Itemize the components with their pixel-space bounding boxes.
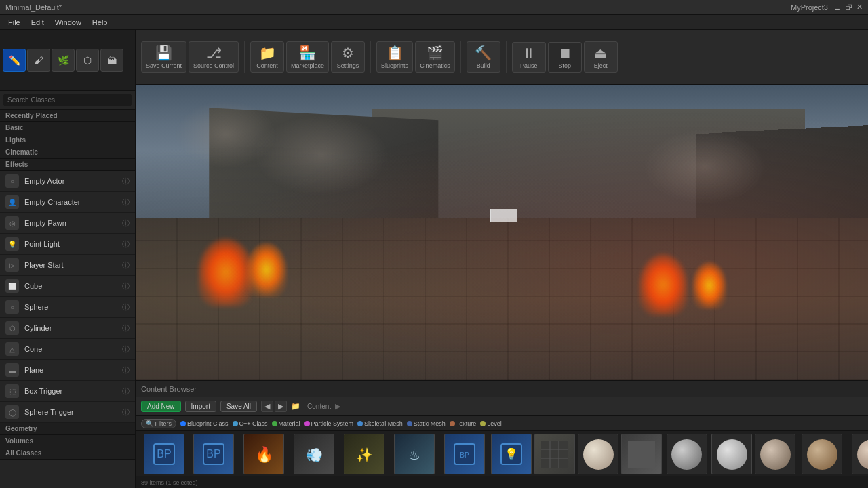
blueprints-icon: 📋: [387, 45, 403, 61]
asset-thumb-wallsconce[interactable]: BP: [444, 434, 485, 474]
asset-thumb-effect-steam[interactable]: ♨: [394, 434, 435, 474]
cube-icon: ⬜: [5, 279, 19, 293]
filter-label-static-mesh: Static Mesh: [414, 420, 446, 427]
close-btn[interactable]: ✕: [856, 3, 863, 12]
stop-btn[interactable]: ⏹ Stop: [548, 42, 582, 73]
filters-btn[interactable]: 🔍 Filters: [141, 419, 176, 428]
asset-thumb-basic-floor[interactable]: [711, 434, 752, 474]
marketplace-icon: 🏪: [299, 45, 316, 61]
cinematics-btn[interactable]: 🎬 Cinematics: [415, 41, 455, 73]
settings-btn[interactable]: ⚙ Settings: [331, 41, 365, 73]
filter-static-mesh[interactable]: Static Mesh: [407, 420, 446, 427]
filter-label-particle: Particle System: [311, 420, 354, 427]
menu-help[interactable]: Help: [87, 17, 113, 28]
places-list: Recently Placed Basic Lights Cinematic E…: [0, 110, 135, 488]
titlebar-app: MyProject3: [791, 3, 828, 12]
content-btn[interactable]: 📁 Content: [250, 41, 284, 73]
plane-icon: ▬: [5, 363, 19, 377]
settings-icon: ⚙: [342, 45, 354, 61]
add-new-btn[interactable]: Add New: [141, 401, 181, 412]
asset-thumb-brick-clay-beveled[interactable]: [802, 434, 842, 474]
place-item-cone[interactable]: △ Cone ⓘ: [0, 339, 135, 360]
asset-thumb-basic-wall[interactable]: [755, 434, 795, 474]
asset-group-effect-smoke: 💨 Blueprint_Effect_Smoke: [290, 434, 338, 476]
pause-label: Pause: [520, 62, 538, 69]
save-current-btn[interactable]: 💾 Save Current: [141, 41, 186, 73]
asset-thumb-floor[interactable]: [534, 434, 575, 474]
asset-thumb-brick-clay-new[interactable]: [852, 434, 868, 474]
filter-particle[interactable]: Particle System: [304, 420, 354, 427]
mode-foliage[interactable]: 🌿: [52, 49, 75, 72]
menu-file[interactable]: File: [3, 17, 26, 28]
pause-icon: ⏸: [522, 45, 536, 61]
pause-btn[interactable]: ⏸ Pause: [512, 42, 546, 73]
build-btn[interactable]: 🔨 Build: [467, 41, 500, 73]
mode-paint[interactable]: 🖌: [27, 49, 50, 72]
cb-back-btn[interactable]: ◀: [261, 401, 273, 412]
place-item-cylinder[interactable]: ⬡ Cylinder ⓘ: [0, 318, 135, 339]
place-item-player-start[interactable]: ▷ Player Start ⓘ: [0, 255, 135, 276]
cube-label: Cube: [24, 282, 122, 290]
svg-rect-17: [628, 441, 655, 468]
empty-actor-icon: ○: [5, 174, 19, 188]
save-all-btn[interactable]: Save All: [220, 401, 257, 412]
import-btn[interactable]: Import: [185, 401, 216, 412]
mode-landscape[interactable]: 🏔: [100, 49, 123, 72]
sphere-trigger-info: ⓘ: [122, 407, 130, 418]
settings-label: Settings: [337, 62, 359, 69]
source-control-btn[interactable]: ⎇ Source Control: [189, 41, 239, 73]
player-start-label: Player Start: [24, 261, 122, 269]
asset-thumb-effect-smoke[interactable]: 💨: [294, 434, 334, 474]
mode-geometry[interactable]: ⬡: [76, 49, 99, 72]
asset-group-basic-wall: M_Basic_Wall: [755, 434, 795, 476]
place-item-sphere[interactable]: ○ Sphere ⓘ: [0, 297, 135, 318]
place-item-empty-pawn[interactable]: ◎ Empty Pawn ⓘ: [0, 213, 135, 234]
menu-window[interactable]: Window: [50, 17, 87, 28]
asset-thumb-bp-light-studio[interactable]: 💡: [491, 434, 532, 474]
status-text: 89 items (1 selected): [141, 479, 198, 486]
save-current-label: Save Current: [146, 62, 182, 69]
place-item-empty-character[interactable]: 👤 Empty Character ⓘ: [0, 192, 135, 213]
maximize-btn[interactable]: 🗗: [845, 3, 852, 12]
menu-edit[interactable]: Edit: [26, 17, 50, 28]
asset-thumb-minimal-default[interactable]: [621, 434, 662, 474]
mode-place[interactable]: ✏️: [3, 49, 26, 72]
place-item-empty-actor[interactable]: ○ Empty Actor ⓘ: [0, 171, 135, 192]
asset-thumb-ceiling-light[interactable]: BP: [193, 434, 234, 474]
asset-group-effect-sparks: ✨ Blueprint_Effect_Sparks: [340, 434, 388, 476]
filter-dot-texture: [450, 421, 455, 426]
filter-label-blueprint: Blueprint Class: [187, 420, 229, 427]
filter-material[interactable]: Material: [272, 420, 300, 427]
svg-text:💡: 💡: [505, 447, 518, 460]
empty-pawn-icon: ◎: [5, 216, 19, 230]
marketplace-btn[interactable]: 🏪 Marketplace: [286, 41, 329, 73]
filter-texture[interactable]: Texture: [450, 420, 477, 427]
viewport[interactable]: [136, 85, 868, 380]
asset-thumb-advanced-lighting[interactable]: BP: [144, 434, 184, 474]
filter-level[interactable]: Level: [480, 420, 502, 427]
eject-btn[interactable]: ⏏ Eject: [584, 41, 618, 73]
svg-text:BP: BP: [206, 448, 220, 460]
asset-thumb-effect-fire[interactable]: 🔥: [243, 434, 284, 474]
place-item-box-trigger[interactable]: ⬚ Box Trigger ⓘ: [0, 381, 135, 402]
place-item-plane[interactable]: ▬ Plane ⓘ: [0, 360, 135, 381]
place-item-cube[interactable]: ⬜ Cube ⓘ: [0, 276, 135, 297]
cb-forward-btn[interactable]: ▶: [275, 401, 287, 412]
search-classes-input[interactable]: [3, 94, 132, 106]
bottom-panel: Content Browser Add New Import Save All …: [136, 380, 868, 488]
place-item-sphere-trigger[interactable]: ◯ Sphere Trigger ⓘ: [0, 402, 135, 423]
eject-label: Eject: [594, 62, 608, 69]
minimize-btn[interactable]: 🗕: [833, 3, 841, 12]
filter-cpp[interactable]: C++ Class: [233, 420, 268, 427]
blueprints-btn[interactable]: 📋 Blueprints: [376, 41, 413, 73]
asset-thumb-material-sphere[interactable]: [578, 434, 618, 474]
filter-blueprint[interactable]: Blueprint Class: [180, 420, 229, 427]
empty-actor-info: ⓘ: [122, 176, 130, 186]
filter-skeletal[interactable]: Skeletal Mesh: [357, 420, 403, 427]
place-item-point-light[interactable]: 💡 Point Light ⓘ: [0, 234, 135, 255]
sphere-info: ⓘ: [122, 302, 130, 312]
asset-thumb-effect-sparks[interactable]: ✨: [344, 434, 384, 474]
asset-thumb-asset-platform[interactable]: [667, 434, 707, 474]
svg-text:✨: ✨: [356, 447, 373, 463]
category-basic: Basic: [0, 122, 135, 134]
